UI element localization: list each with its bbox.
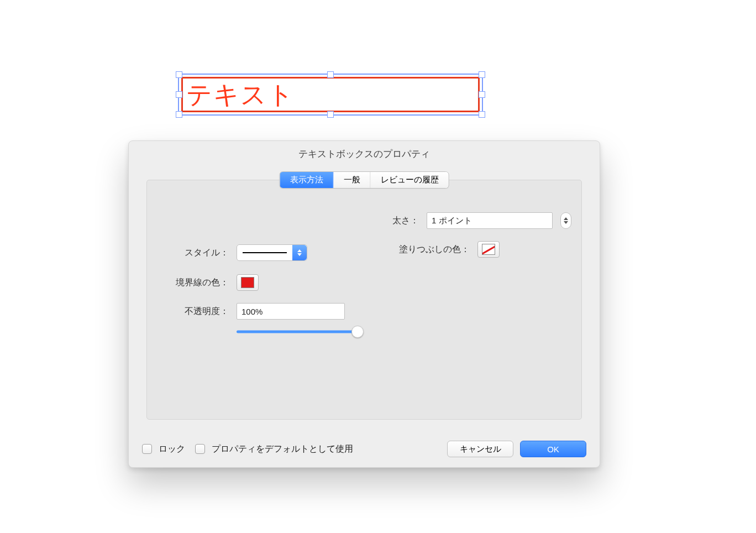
line-style-preview-icon bbox=[243, 252, 287, 253]
label-style: スタイル： bbox=[162, 247, 229, 259]
fill-color-button[interactable] bbox=[477, 241, 500, 258]
dropdown-caret-icon bbox=[292, 245, 307, 260]
row-fill-color: 塗りつぶしの色： bbox=[377, 241, 500, 258]
dialog-title: テキストボックスのプロパティ bbox=[129, 141, 600, 166]
resize-handle-top-right[interactable] bbox=[479, 71, 485, 78]
label-border-color: 境界線の色： bbox=[162, 277, 229, 289]
label-thickness: 太さ： bbox=[377, 215, 419, 227]
swatch-red-icon bbox=[241, 277, 254, 288]
row-border-color: 境界線の色： bbox=[162, 274, 259, 291]
row-style: スタイル： bbox=[162, 244, 307, 261]
swatch-none-icon bbox=[482, 244, 495, 255]
chevron-down-icon bbox=[564, 221, 568, 224]
use-default-checkbox[interactable] bbox=[195, 444, 205, 454]
row-thickness: 太さ： 1 ポイント bbox=[377, 212, 571, 229]
lock-checkbox[interactable] bbox=[142, 444, 152, 454]
textbox-text[interactable]: テキスト bbox=[186, 82, 295, 107]
ok-button[interactable]: OK bbox=[520, 441, 586, 457]
tab-display[interactable]: 表示方法 bbox=[280, 172, 334, 188]
resize-handle-bottom-right[interactable] bbox=[479, 111, 485, 118]
tab-panel: 表示方法 一般 レビューの履歴 スタイル： 境界線の色： 不透明度： 100% bbox=[146, 180, 582, 420]
border-color-button[interactable] bbox=[237, 274, 259, 291]
label-lock: ロック bbox=[159, 443, 185, 455]
cancel-button[interactable]: キャンセル bbox=[447, 441, 513, 457]
selected-textbox[interactable]: テキスト bbox=[178, 74, 483, 116]
style-dropdown[interactable] bbox=[237, 244, 307, 261]
opacity-slider[interactable] bbox=[237, 325, 361, 338]
resize-handle-bottom-left[interactable] bbox=[176, 111, 182, 118]
tab-review-history[interactable]: レビューの履歴 bbox=[371, 172, 449, 188]
dialog-footer: ロック プロパティをデフォルトとして使用 キャンセル OK bbox=[142, 441, 586, 457]
thickness-input[interactable]: 1 ポイント bbox=[427, 212, 553, 229]
opacity-input[interactable]: 100% bbox=[237, 303, 345, 320]
tab-bar: 表示方法 一般 レビューの履歴 bbox=[280, 171, 449, 189]
resize-handle-middle-right[interactable] bbox=[479, 91, 485, 98]
slider-knob[interactable] bbox=[351, 326, 364, 338]
chevron-up-icon bbox=[564, 217, 568, 220]
label-fill-color: 塗りつぶしの色： bbox=[377, 244, 470, 255]
tab-general[interactable]: 一般 bbox=[334, 172, 371, 188]
textbox-inner: テキスト bbox=[181, 77, 480, 112]
label-use-default: プロパティをデフォルトとして使用 bbox=[212, 443, 353, 455]
thickness-stepper[interactable] bbox=[560, 212, 571, 229]
row-opacity: 不透明度： 100% bbox=[162, 303, 345, 320]
resize-handle-top-center[interactable] bbox=[327, 71, 334, 78]
slider-track bbox=[237, 331, 361, 333]
resize-handle-middle-left[interactable] bbox=[176, 91, 182, 98]
label-opacity: 不透明度： bbox=[162, 306, 229, 317]
resize-handle-bottom-center[interactable] bbox=[327, 111, 334, 118]
textbox-properties-dialog: テキストボックスのプロパティ 表示方法 一般 レビューの履歴 スタイル： 境界線… bbox=[128, 140, 600, 468]
resize-handle-top-left[interactable] bbox=[176, 71, 182, 78]
